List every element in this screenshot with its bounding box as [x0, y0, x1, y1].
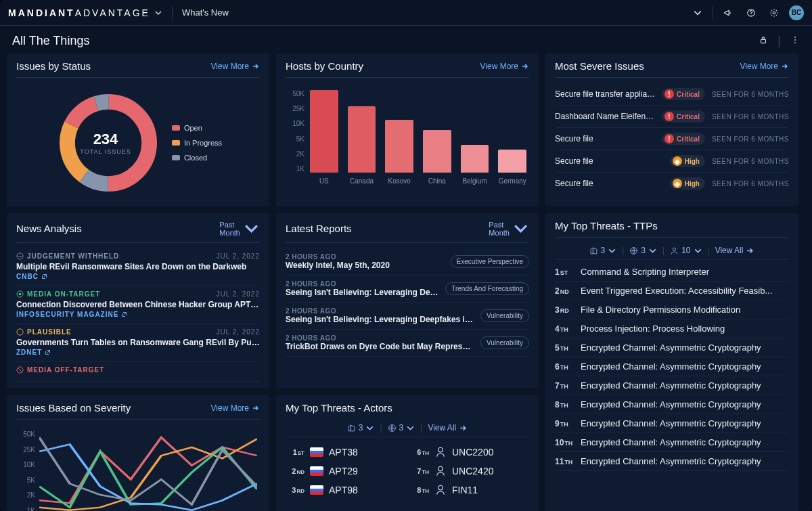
- card-severity: Issues Based on Severity View More 50K 2…: [7, 395, 269, 511]
- brand[interactable]: MANDIANTADVANTAGE: [8, 7, 162, 18]
- arrow-right-icon: [521, 62, 529, 70]
- ttp-row[interactable]: 5TH Encrypted Channel: Asymmetric Crypto…: [555, 338, 789, 357]
- divider: [172, 6, 173, 20]
- news-category: JUDGEMENT WITHHELD: [16, 252, 119, 260]
- card-title: My Top Threats - Actors: [286, 402, 392, 414]
- view-more-link[interactable]: View More: [480, 62, 529, 71]
- ttp-row[interactable]: 3RD File & Directory Permissions Modific…: [555, 301, 789, 319]
- issue-row[interactable]: Dashboard Name Eleifend eget... !Critica…: [555, 106, 789, 128]
- news-category: MEDIA OFF-TARGET: [16, 366, 104, 374]
- unknown-actor-icon: [434, 465, 447, 477]
- legend: Open In Progress Closed: [172, 124, 222, 162]
- help-icon[interactable]: [743, 5, 759, 21]
- actor-row[interactable]: 2NDAPT29: [286, 462, 405, 481]
- user-icon[interactable]: 10: [670, 246, 702, 255]
- svg-point-15: [17, 329, 23, 335]
- report-item[interactable]: 2 HOURS AGO Weekly Intel, May 5th, 2020 …: [286, 248, 529, 275]
- report-item[interactable]: 2 HOURS AGO Seeing Isn't Believing: Leve…: [286, 275, 529, 303]
- report-time: 2 HOURS AGO: [286, 280, 438, 288]
- building-icon[interactable]: 3: [347, 423, 375, 432]
- past-month-dropdown[interactable]: Past Month: [489, 220, 529, 237]
- news-item[interactable]: PLAUSIBLE JUL 2, 2022 Governments Turn T…: [16, 324, 260, 362]
- chevron-down-icon: [512, 220, 529, 237]
- actor-row[interactable]: 6THUNC2200: [410, 443, 529, 462]
- actors-filters: 3 | 3 | View All: [286, 420, 529, 437]
- svg-point-1: [773, 12, 775, 14]
- dropdown-icon[interactable]: [690, 5, 706, 21]
- gear-icon[interactable]: [766, 5, 782, 21]
- news-source[interactable]: INFOSECURITY MAGAZINE: [16, 311, 260, 318]
- view-more-link[interactable]: View More: [211, 62, 260, 71]
- report-title: Weekly Intel, May 5th, 2020: [286, 261, 444, 270]
- severity-badge: ◆High: [670, 177, 705, 190]
- news-title: Connection Discovered Between Chinese Ha…: [16, 300, 260, 309]
- avatar[interactable]: BC: [789, 5, 804, 20]
- actor-row[interactable]: 1STAPT38: [286, 443, 405, 462]
- ttp-row[interactable]: 9TH Encrypted Channel: Asymmetric Crypto…: [555, 414, 789, 433]
- actor-row[interactable]: 7THUNC2420: [410, 462, 529, 481]
- report-tag: Vulnerability: [480, 336, 529, 349]
- ttp-row[interactable]: 11TH Encrypted Channel: Asymmetric Crypt…: [555, 452, 789, 471]
- news-item[interactable]: MEDIA ON-TARGET JUL 2, 2022 Connection D…: [16, 286, 260, 324]
- building-icon[interactable]: 3: [589, 246, 617, 255]
- news-title: Governments Turn Tables on Ransomware Ga…: [16, 338, 260, 347]
- past-month-dropdown[interactable]: Past Month: [219, 220, 260, 237]
- view-more-link[interactable]: View More: [211, 403, 260, 413]
- arrow-right-icon: [252, 404, 260, 412]
- page-title: All The Things: [12, 34, 89, 48]
- lock-icon[interactable]: [759, 34, 768, 48]
- page-title-bar: All The Things |: [0, 26, 812, 53]
- report-tag: Executive Perspective: [451, 255, 529, 268]
- card-most-severe: Most Severe Issues View More Secure file…: [545, 53, 798, 206]
- news-date: JUL 2, 2022: [216, 252, 260, 260]
- report-time: 2 HOURS AGO: [286, 307, 474, 315]
- view-all-link[interactable]: View All: [715, 246, 755, 255]
- issue-row[interactable]: Secure file !Critical SEEN FOR 6 MONTHS: [555, 128, 789, 150]
- card-issues-by-status: Issues by Status View More 234 TOTAL ISS…: [7, 53, 269, 206]
- report-time: 2 HOURS AGO: [286, 253, 444, 261]
- actor-row[interactable]: 3RDAPT98: [286, 481, 405, 499]
- svg-rect-2: [761, 39, 766, 43]
- issue-row[interactable]: Secure file transfer appliance !Critical…: [555, 83, 789, 106]
- svg-point-5: [794, 42, 796, 43]
- card-title: Hosts by Country: [286, 60, 363, 72]
- kebab-icon[interactable]: [790, 34, 800, 48]
- line-chart: 50K 25K 10K 5K 2K 1K: [16, 425, 260, 511]
- news-item[interactable]: MEDIA OFF-TARGET: [16, 362, 260, 382]
- ttp-row[interactable]: 6TH Encrypted Channel: Asymmetric Crypto…: [555, 357, 789, 376]
- report-item[interactable]: 2 HOURS AGO Seeing Isn't Believing: Leve…: [286, 303, 529, 330]
- card-title: Issues Based on Severity: [16, 402, 131, 414]
- news-item[interactable]: JUDGEMENT WITHHELD JUL 2, 2022 Multiple …: [16, 248, 260, 286]
- report-item[interactable]: 2 HOURS AGO TrickBot Draws on Dyre Code …: [286, 330, 529, 357]
- ttp-row[interactable]: 7TH Encrypted Channel: Asymmetric Crypto…: [555, 376, 789, 395]
- arrow-right-icon: [459, 424, 468, 432]
- ttp-row[interactable]: 4TH Process Injection: Process Hollowing: [555, 319, 789, 338]
- whats-new-link[interactable]: What's New: [182, 7, 229, 18]
- card-title: Most Severe Issues: [555, 60, 644, 72]
- announcement-icon[interactable]: [720, 5, 736, 21]
- topbar: MANDIANTADVANTAGE What's New BC: [0, 0, 812, 26]
- unknown-actor-icon: [434, 484, 447, 496]
- ttp-row[interactable]: 10TH Encrypted Channel: Asymmetric Crypt…: [555, 433, 789, 452]
- globe-icon[interactable]: 3: [388, 423, 415, 432]
- view-more-link[interactable]: View More: [740, 62, 789, 71]
- card-actors: My Top Threats - Actors 3 | 3 | View All…: [276, 395, 539, 511]
- actor-row[interactable]: 8THFIN11: [410, 481, 529, 499]
- flag-icon: [310, 447, 323, 457]
- issue-row[interactable]: Secure file ◆High SEEN FOR 6 MONTHS: [555, 150, 789, 173]
- ttp-row[interactable]: 2ND Event Triggered Execution: Accessibi…: [555, 282, 789, 301]
- donut-total-value: 234: [80, 131, 131, 148]
- arrow-right-icon: [746, 246, 754, 255]
- view-all-link[interactable]: View All: [428, 423, 468, 432]
- card-title: Latest Reports: [286, 223, 352, 234]
- ttp-row[interactable]: 1ST Command & Scripting Interpreter: [555, 263, 789, 282]
- report-time: 2 HOURS AGO: [286, 334, 474, 342]
- arrow-right-icon: [252, 62, 260, 70]
- svg-point-18: [673, 248, 675, 250]
- globe-icon[interactable]: 3: [629, 246, 657, 255]
- news-source[interactable]: CNBC: [16, 273, 260, 280]
- ttp-row[interactable]: 8TH Encrypted Channel: Asymmetric Crypto…: [555, 395, 789, 414]
- severity-badge: !Critical: [662, 88, 705, 100]
- issue-row[interactable]: Secure file ◆High SEEN FOR 6 MONTHS: [555, 173, 789, 194]
- news-source[interactable]: ZDNET: [16, 349, 260, 356]
